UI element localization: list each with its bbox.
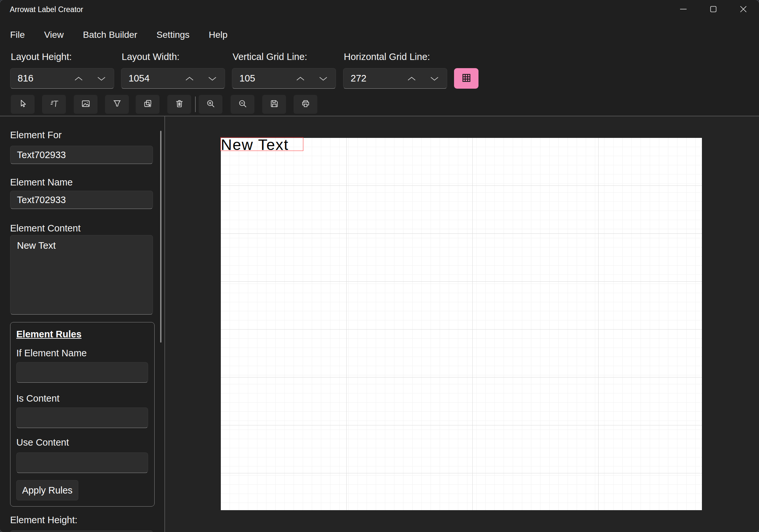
- trash-icon: [175, 99, 184, 110]
- use-content-input[interactable]: [16, 452, 148, 473]
- element-for-input[interactable]: [10, 146, 153, 164]
- duplicate-tool-button[interactable]: [136, 95, 159, 114]
- minimize-icon: [680, 6, 687, 14]
- zoom-in-button[interactable]: [199, 95, 222, 114]
- toolbar-divider: [195, 96, 196, 112]
- save-icon: [269, 99, 279, 110]
- caption-buttons: [668, 0, 758, 19]
- close-icon: [740, 6, 747, 14]
- image-tool-button[interactable]: [74, 95, 98, 114]
- print-button[interactable]: [294, 95, 317, 114]
- titlebar: Arrowat Label Creator: [0, 0, 759, 19]
- cursor-icon: [18, 99, 28, 110]
- chevron-down-icon[interactable]: [208, 76, 217, 82]
- chevron-up-icon[interactable]: [74, 76, 84, 82]
- element-for-label: Element For: [10, 130, 61, 140]
- if-element-name-label: If Element Name: [16, 348, 87, 359]
- element-rules-heading: Element Rules: [16, 329, 82, 340]
- menu-settings[interactable]: Settings: [157, 30, 189, 40]
- chevron-down-icon[interactable]: [429, 76, 439, 82]
- menu-view[interactable]: View: [44, 30, 63, 40]
- chevron-up-icon[interactable]: [296, 76, 305, 82]
- layout-height-label: Layout Height:: [11, 52, 72, 62]
- element-name-label: Element Name: [10, 177, 73, 188]
- element-rules-panel: Element Rules If Element Name Is Content…: [10, 322, 155, 507]
- chevron-up-icon[interactable]: [407, 76, 417, 82]
- minimize-button[interactable]: [668, 0, 698, 19]
- text-tool-button[interactable]: [42, 95, 66, 114]
- text-icon: [49, 99, 59, 110]
- grid-icon: [460, 72, 472, 85]
- vertical-grid-line-label: Vertical Grid Line:: [233, 52, 307, 62]
- element-height-input[interactable]: [10, 530, 153, 532]
- menubar: File View Batch Builder Settings Help: [10, 30, 228, 40]
- chevron-down-icon[interactable]: [318, 76, 328, 82]
- chevron-down-icon[interactable]: [97, 76, 106, 82]
- element-content-textarea[interactable]: New Text: [10, 235, 153, 315]
- vertical-grid-line-value[interactable]: 105: [239, 73, 255, 84]
- element-height-label: Element Height:: [10, 515, 77, 525]
- layout-width-value[interactable]: 1054: [129, 73, 150, 84]
- layout-width-label: Layout Width:: [122, 52, 180, 62]
- save-button[interactable]: [262, 95, 286, 114]
- layout-width-spinbox[interactable]: 1054: [121, 68, 225, 89]
- maximize-icon: [710, 6, 717, 14]
- grid-toggle-button[interactable]: [454, 68, 478, 89]
- if-element-name-input[interactable]: [16, 362, 148, 383]
- canvas-text-element[interactable]: New Text: [220, 137, 303, 151]
- layout-height-value[interactable]: 816: [18, 73, 33, 84]
- element-content-label: Element Content: [10, 223, 81, 234]
- horizontal-grid-line-value[interactable]: 272: [351, 73, 366, 84]
- zoom-out-icon: [238, 99, 248, 110]
- zoom-out-button[interactable]: [231, 95, 255, 114]
- horizontal-grid-line-spinbox[interactable]: 272: [343, 68, 447, 89]
- horizontal-grid-line-label: Horizontal Grid Line:: [344, 52, 430, 62]
- window-title: Arrowat Label Creator: [10, 5, 83, 14]
- properties-sidebar: Element For Element Name Element Content…: [0, 116, 164, 532]
- app-window: Arrowat Label Creator File View Batch B: [0, 0, 759, 532]
- maximize-button[interactable]: [698, 0, 728, 19]
- vertical-grid-line-spinbox[interactable]: 105: [232, 68, 336, 89]
- element-name-input[interactable]: [10, 191, 153, 209]
- duplicate-icon: [143, 99, 153, 110]
- funnel-icon: [112, 99, 122, 110]
- delete-tool-button[interactable]: [167, 95, 191, 114]
- layout-height-spinbox[interactable]: 816: [10, 68, 114, 89]
- menu-batch-builder[interactable]: Batch Builder: [83, 30, 137, 40]
- menu-file[interactable]: File: [10, 30, 25, 40]
- funnel-tool-button[interactable]: [105, 95, 129, 114]
- menu-help[interactable]: Help: [209, 30, 228, 40]
- is-content-input[interactable]: [16, 407, 148, 428]
- sidebar-scrollbar[interactable]: [160, 131, 161, 343]
- select-tool-button[interactable]: [11, 95, 35, 114]
- zoom-in-icon: [206, 99, 216, 110]
- chevron-up-icon[interactable]: [184, 76, 194, 82]
- is-content-label: Is Content: [16, 393, 60, 404]
- use-content-label: Use Content: [16, 437, 69, 448]
- print-icon: [301, 99, 310, 110]
- canvas-pane: New Text: [165, 116, 759, 532]
- image-icon: [81, 99, 91, 110]
- label-canvas[interactable]: New Text: [221, 138, 702, 510]
- close-button[interactable]: [728, 0, 758, 19]
- apply-rules-button[interactable]: Apply Rules: [16, 480, 78, 500]
